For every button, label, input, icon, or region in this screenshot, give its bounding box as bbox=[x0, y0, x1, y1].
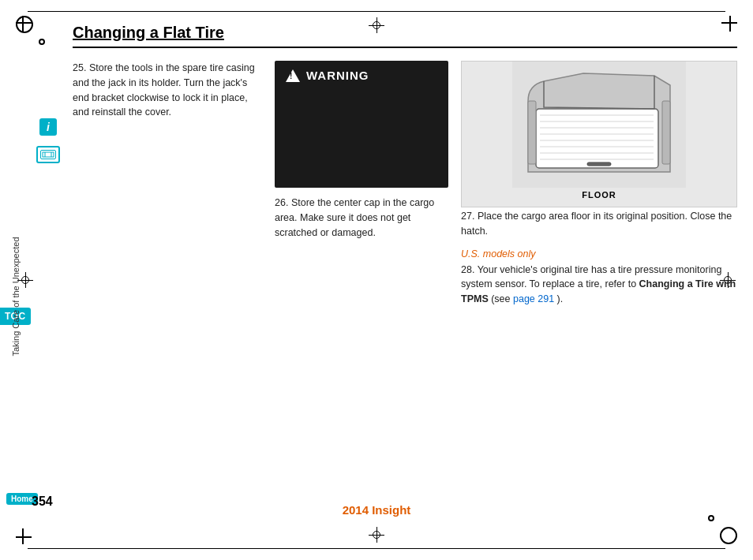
step25-text: 25. Store the tools in the spare tire ca… bbox=[73, 61, 262, 120]
step25-body: Store the tools in the spare tire casing… bbox=[73, 62, 255, 118]
step25-number: 25. bbox=[73, 62, 86, 73]
cargo-image-container: FLOOR bbox=[461, 61, 737, 207]
page-title: Changing a Flat Tire bbox=[73, 24, 224, 41]
step27-body: Place the cargo area floor in its origin… bbox=[461, 211, 732, 237]
right-column: FLOOR 27. Place the cargo area floor in … bbox=[461, 61, 737, 518]
svg-rect-13 bbox=[587, 162, 611, 166]
middle-column: WARNING 26. Store the center cap in the … bbox=[275, 61, 448, 518]
info-icon: i bbox=[39, 118, 57, 136]
step28-text: 28. Your vehicle's original tire has a t… bbox=[461, 263, 737, 307]
tool-icon-svg bbox=[42, 151, 54, 158]
step28-page-ref[interactable]: page 291 bbox=[513, 293, 554, 304]
page-number: 354 bbox=[32, 495, 53, 509]
sidebar-vertical-text: Taking Care of the Unexpected bbox=[11, 186, 21, 407]
footer-title: 2014 Insight bbox=[343, 503, 411, 517]
svg-rect-0 bbox=[43, 152, 54, 157]
floor-label: FLOOR bbox=[462, 188, 736, 203]
main-content: Changing a Flat Tire 25. Store the tools… bbox=[57, 0, 753, 560]
cargo-floor-svg bbox=[462, 62, 736, 188]
content-columns: 25. Store the tools in the spare tire ca… bbox=[73, 61, 737, 518]
step28-end: ). bbox=[554, 293, 563, 304]
left-column: 25. Store the tools in the spare tire ca… bbox=[73, 61, 262, 518]
svg-rect-14 bbox=[528, 101, 536, 164]
cargo-floor-drawing bbox=[462, 62, 736, 188]
step26-text: 26. Store the center cap in the cargo ar… bbox=[275, 196, 448, 240]
sidebar-vertical-text-container: Taking Care of the Unexpected bbox=[0, 95, 14, 489]
warning-header: WARNING bbox=[286, 69, 437, 82]
step28-number: 28. bbox=[461, 264, 474, 275]
us-models-label: U.S. models only bbox=[461, 248, 737, 259]
warning-triangle-icon bbox=[286, 69, 300, 82]
svg-rect-15 bbox=[662, 101, 670, 164]
tool-icon-inner bbox=[40, 150, 56, 159]
warning-box: WARNING bbox=[275, 61, 448, 188]
step26-body: Store the center cap in the cargo area. … bbox=[275, 197, 434, 238]
warning-body bbox=[286, 85, 437, 180]
step27-text: 27. Place the cargo area floor in its or… bbox=[461, 209, 737, 239]
warning-label: WARNING bbox=[306, 69, 369, 82]
left-sidebar: TOC Taking Care of the Unexpected Home bbox=[0, 0, 57, 560]
step27-number: 27. bbox=[461, 211, 474, 222]
title-container: Changing a Flat Tire bbox=[73, 24, 737, 48]
step28-after-bold: (see bbox=[489, 293, 513, 304]
step26-number: 26. bbox=[275, 197, 288, 208]
